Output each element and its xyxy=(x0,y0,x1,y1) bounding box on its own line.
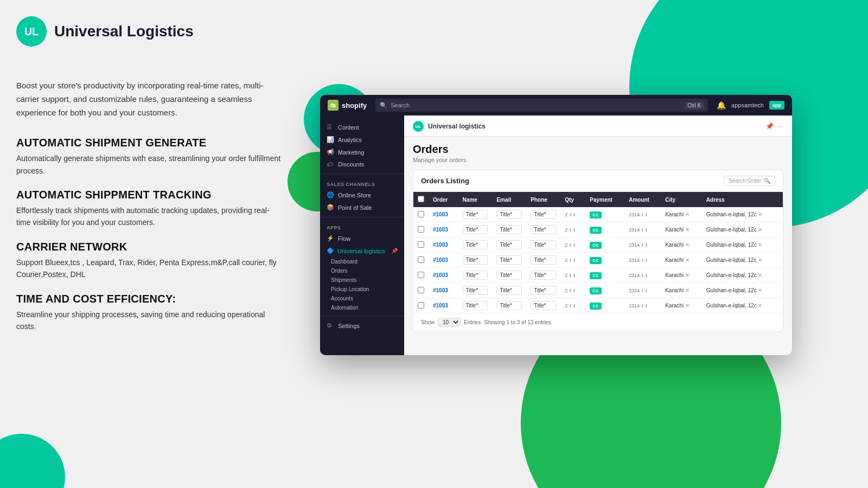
row-checkbox-4[interactable] xyxy=(418,272,424,278)
sidebar-divider-2 xyxy=(320,217,404,217)
th-city: City xyxy=(661,192,702,207)
row-checkbox-2[interactable] xyxy=(418,241,424,248)
feature-2-desc: Effortlessly track shipments with automa… xyxy=(16,204,282,229)
feature-1-title: AUTOMATIC SHIPMENT GENERATE xyxy=(16,137,282,149)
td-email-5: Title* xyxy=(492,283,526,298)
more-icon: ··· xyxy=(778,123,783,130)
th-phone: Phone xyxy=(526,192,560,207)
row-checkbox-5[interactable] xyxy=(418,287,424,293)
th-email: Email xyxy=(492,192,526,207)
sidebar-item-accounts[interactable]: Accounts xyxy=(324,294,404,303)
app-ul-badge: UL xyxy=(413,121,424,132)
sidebar-online-store-label: Online Store xyxy=(338,192,371,198)
td-amount-2: 2314 ⬆⬇ xyxy=(624,237,661,253)
td-payment-6: CC xyxy=(585,298,624,313)
td-name-2: Title* xyxy=(458,237,493,253)
orders-table-head: Order Name Email Phone Qty Payment Amoun… xyxy=(413,192,783,207)
table-row: #1003 Title* Title* Title* 2 ⬆⬇ CC 2314 … xyxy=(413,268,783,283)
show-label: Show xyxy=(421,319,435,325)
sidebar-settings-label: Settings xyxy=(338,323,360,329)
content-header-icons: 📌 ··· xyxy=(765,123,783,130)
sidebar-item-shipments[interactable]: Shipments xyxy=(324,275,404,285)
bell-icon: 🔔 xyxy=(717,101,726,110)
ul-sidebar-icon: 🔷 xyxy=(327,247,334,254)
td-phone-5: Title* xyxy=(526,283,560,298)
td-amount-3: 2314 ⬆⬇ xyxy=(624,253,661,268)
sidebar-item-point-of-sale[interactable]: 📦 Point of Sale xyxy=(320,201,404,214)
tagline: Boost your store's productivity by incor… xyxy=(16,79,282,119)
row-checkbox-3[interactable] xyxy=(418,256,424,263)
table-header-row: Order Name Email Phone Qty Payment Amoun… xyxy=(413,192,783,207)
td-checkbox-1 xyxy=(413,222,429,237)
sidebar-item-pickup[interactable]: Pickup Location xyxy=(324,285,404,294)
topbar-right: 🔔 appsamtech app xyxy=(717,101,784,110)
orders-table: Order Name Email Phone Qty Payment Amoun… xyxy=(413,192,783,313)
sidebar-item-marketing[interactable]: 📢 Marketing xyxy=(320,146,404,158)
td-checkbox-2 xyxy=(413,237,429,253)
shopify-content: UL Universal logistics 📌 ··· Orders Mana… xyxy=(404,115,792,355)
th-address: Adress xyxy=(702,192,783,207)
table-footer: Show 10 25 50 Entries Showing 1 to 3 of … xyxy=(413,313,783,331)
sidebar-item-dashboard[interactable]: Dashboard xyxy=(324,257,404,266)
td-city-6: Karachi ✕ xyxy=(661,298,702,313)
td-qty-6: 2 ⬆⬇ xyxy=(560,298,585,313)
sidebar-item-orders[interactable]: Orders xyxy=(324,266,404,275)
td-payment-1: CC xyxy=(585,222,624,237)
td-qty-3: 2 ⬆⬇ xyxy=(560,253,585,268)
row-checkbox-6[interactable] xyxy=(418,302,424,309)
show-select[interactable]: 10 25 50 xyxy=(438,318,461,327)
sidebar-item-discounts[interactable]: 🏷 Discounts xyxy=(320,158,404,170)
sidebar-item-ul[interactable]: 🔷 Universal logistics 📌 xyxy=(320,245,404,257)
sidebar-automation-label: Automation xyxy=(331,305,359,311)
feature-2-title: AUTOMATIC SHIPPMENT TRACKING xyxy=(16,189,282,201)
orders-table-body: #1003 Title* Title* Title* 2 ⬆⬇ CC 2314 … xyxy=(413,207,783,313)
row-checkbox-1[interactable] xyxy=(418,226,424,233)
shopify-sidebar: ☰ Content 📊 Analytics 📢 Marketing 🏷 Disc… xyxy=(320,115,404,355)
sidebar-item-content[interactable]: ☰ Content xyxy=(320,121,404,133)
td-checkbox-3 xyxy=(413,253,429,268)
shopify-topbar: 🛍 shopify 🔍 Search Ctrl K 🔔 appsamtech a… xyxy=(320,95,792,115)
td-email-4: Title* xyxy=(492,268,526,283)
logo: UL Universal Logistics xyxy=(16,16,282,47)
logo-name: Universal Logistics xyxy=(54,23,194,40)
sidebar-divider-3 xyxy=(320,316,404,316)
td-qty-4: 2 ⬆⬇ xyxy=(560,268,585,283)
sidebar-ul-label: Universal logistics xyxy=(337,248,385,254)
sidebar-item-automation[interactable]: Automation xyxy=(324,303,404,312)
shopify-search-bar[interactable]: 🔍 Search Ctrl K xyxy=(375,99,708,112)
content-body: Orders Manage your orders Orders Listing… xyxy=(404,137,792,338)
feature-3-desc: Support Blueex,tcs , Leapard, Trax, Ride… xyxy=(16,256,282,281)
td-city-1: Karachi ✕ xyxy=(661,222,702,237)
td-city-4: Karachi ✕ xyxy=(661,268,702,283)
td-address-4: Gulshan-e-Iqbal, 12c ✕ xyxy=(702,268,783,283)
marketing-icon: 📢 xyxy=(327,149,334,156)
td-phone-0: Title* xyxy=(526,207,560,222)
td-order-0: #1003 xyxy=(429,207,458,222)
td-checkbox-4 xyxy=(413,268,429,283)
sidebar-dashboard-label: Dashboard xyxy=(331,259,358,265)
feature-3-title: CARRIER NETWORK xyxy=(16,241,282,253)
sidebar-item-flow[interactable]: ⚡ Flow xyxy=(320,232,404,245)
td-amount-6: 2314 ⬆⬇ xyxy=(624,298,661,313)
shopify-bag-icon: 🛍 xyxy=(328,100,339,111)
select-all-checkbox[interactable] xyxy=(418,196,424,202)
sidebar-item-online-store[interactable]: 🌐 Online Store xyxy=(320,189,404,201)
td-order-2: #1003 xyxy=(429,237,458,253)
sidebar-shipments-label: Shipments xyxy=(331,277,356,283)
td-name-1: Title* xyxy=(458,222,493,237)
td-checkbox-0 xyxy=(413,207,429,222)
sidebar-item-analytics[interactable]: 📊 Analytics xyxy=(320,133,404,146)
sidebar-item-settings[interactable]: ⚙ Settings xyxy=(320,319,404,332)
search-icon: 🔍 xyxy=(380,102,387,109)
row-checkbox-0[interactable] xyxy=(418,211,424,217)
td-phone-1: Title* xyxy=(526,222,560,237)
entries-label: Entries xyxy=(464,319,481,325)
feature-1-desc: Automatically generate shipments with ea… xyxy=(16,152,282,177)
sidebar-marketing-label: Marketing xyxy=(338,149,364,156)
search-order-box[interactable]: Search Order 🔍 xyxy=(724,176,775,186)
shopify-logo-text: shopify xyxy=(342,101,367,110)
shopify-logo: 🛍 shopify xyxy=(328,100,367,111)
table-row: #1003 Title* Title* Title* 2 ⬆⬇ CC 2314 … xyxy=(413,298,783,313)
th-order: Order xyxy=(429,192,458,207)
td-phone-4: Title* xyxy=(526,268,560,283)
